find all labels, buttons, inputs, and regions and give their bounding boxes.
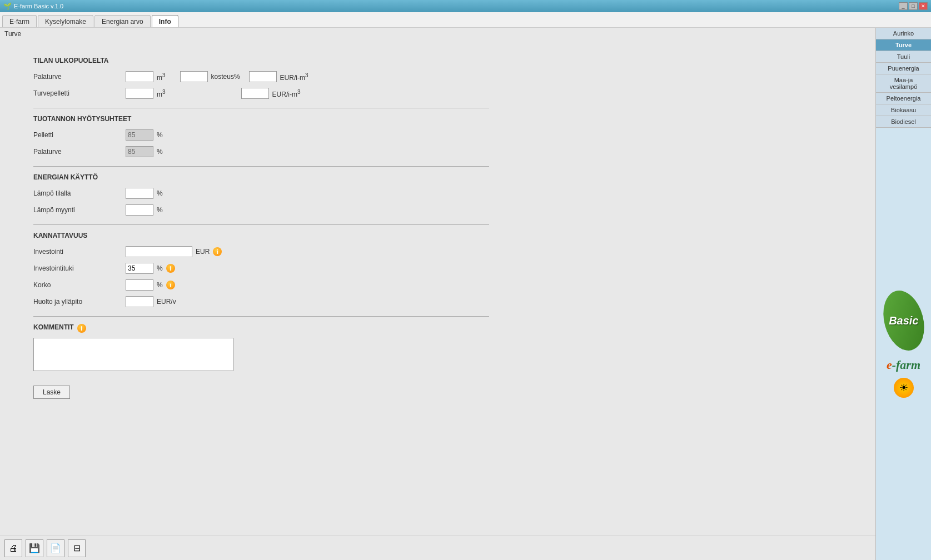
save-button[interactable]: 💾 [26,539,43,557]
huolto-label: Huolto ja ylläpito [33,298,122,306]
section-title-tuotannon: TUOTANNON HYÖTYSUHTEET [33,115,489,125]
lampö-tilalla-row: Lämpö tilalla % [33,188,489,199]
print-button[interactable]: 🖨 [4,539,22,557]
sidebar-item-maa-vesilampö[interactable]: Maa-ja vesilampö [876,74,931,93]
section-kannattavuus: KANNATTAVUUS Investointi EUR i Investoin… [33,232,489,307]
sidebar-item-tuuli[interactable]: Tuuli [876,51,931,63]
section-title-energian: ENERGIAN KÄYTTÖ [33,173,489,183]
pelletti-label: Pelletti [33,131,122,139]
turvepelletti-price-unit: EUR/i-m3 [272,89,301,98]
investointi-info-icon[interactable]: i [213,247,222,256]
palaturve-kosteus-unit: kosteus% [211,73,240,81]
pelletti-input[interactable] [126,129,153,141]
turvepelletti-price-input[interactable] [241,88,269,99]
tab-energian-arvo[interactable]: Energian arvo [94,15,151,27]
investointi-label: Investointi [33,248,122,256]
section-tuotannon: TUOTANNON HYÖTYSUHTEET Pelletti % Palatu… [33,115,489,157]
menu-bar: E-farm Kyselylomake Energian arvo Info [0,12,931,28]
lampö-myynti-label: Lämpö myynti [33,206,122,214]
sidebar-item-turve[interactable]: Turve [876,39,931,51]
palaturve-tuotannon-label: Palaturve [33,148,122,156]
korko-label: Korko [33,281,122,289]
minimize-toolbar-button[interactable]: ⊟ [68,539,86,557]
lampö-tilalla-input[interactable] [126,188,153,199]
sidebar-item-peltoenergia[interactable]: Peltoenergia [876,93,931,104]
section-title-kannattavuus: KANNATTAVUUS [33,232,489,242]
section-title-kommentit: KOMMENTIT [33,323,74,333]
lampö-tilalla-label: Lämpö tilalla [33,189,122,197]
lampö-myynti-unit: % [157,206,163,214]
korko-row: Korko % i [33,279,489,291]
kommentit-info-icon[interactable]: i [77,324,86,333]
lampö-myynti-input[interactable] [126,204,153,216]
bottom-toolbar: 🖨 💾 📄 ⊟ [0,536,875,560]
palaturve-tuotannon-input[interactable] [126,146,153,157]
investointituki-row: Investointituki % i [33,263,489,274]
content-area: Turve TILAN ULKOPUOLELTA Palaturve m3 ko… [0,28,875,560]
sidebar-logo: Basic e-farm ☀ [876,128,931,560]
investointi-input[interactable] [126,246,192,257]
form-area: TILAN ULKOPUOLELTA Palaturve m3 kosteus%… [0,40,875,536]
lampö-tilalla-unit: % [157,189,163,197]
section-tilan-ulkopuolelta: TILAN ULKOPUOLELTA Palaturve m3 kosteus%… [33,57,489,99]
title-text: E-farm Basic v.1.0 [14,3,63,9]
palaturve-price-unit: EUR/i-m3 [280,72,308,82]
korko-unit: % [157,281,163,289]
window-controls: _ □ ✕ [899,2,928,10]
pelletti-unit: % [157,131,163,139]
investointi-unit: EUR [196,248,210,256]
investointituki-label: Investointituki [33,264,122,272]
lampö-myynti-row: Lämpö myynti % [33,204,489,216]
tab-kyselylomake[interactable]: Kyselylomake [38,15,93,27]
kommentit-textarea[interactable] [33,338,233,371]
turvepelletti-m3-input[interactable] [126,88,153,99]
sidebar-item-biokaasu[interactable]: Biokaasu [876,104,931,116]
title-bar: 🌱 E-farm Basic v.1.0 _ □ ✕ [0,0,931,12]
palaturve-kosteus-input[interactable] [180,71,208,82]
turvepelletti-row: Turvepelletti m3 EUR/i-m3 [33,88,489,99]
section-kommentit: KOMMENTIT i [33,323,489,371]
palaturve-m3-unit: m3 [157,72,166,82]
turvepelletti-label: Turvepelletti [33,89,122,97]
maximize-button[interactable]: □ [909,2,918,10]
investointituki-unit: % [157,264,163,272]
logo-oval: Basic [877,286,930,355]
sun-icon: ☀ [894,378,914,398]
tab-info[interactable]: Info [152,15,178,27]
palaturve-row: Palaturve m3 kosteus% EUR/i-m3 [33,71,489,82]
huolto-row: Huolto ja ylläpito EUR/v [33,296,489,307]
sidebar-item-biodiesel[interactable]: Biodiesel [876,116,931,128]
turvepelletti-m3-unit: m3 [157,89,166,98]
open-button[interactable]: 📄 [47,539,64,557]
investointituki-input[interactable] [126,263,153,274]
palaturve-m3-input[interactable] [126,71,153,82]
sidebar-nav: Aurinko Turve Tuuli Puuenergia Maa-ja ve… [876,28,931,128]
section-title-tilan: TILAN ULKOPUOLELTA [33,57,489,67]
sidebar-item-aurinko[interactable]: Aurinko [876,28,931,39]
huolto-input[interactable] [126,296,153,307]
investointituki-info-icon[interactable]: i [166,264,175,273]
app-icon: 🌱 [3,2,12,10]
palaturve-label: Palaturve [33,73,122,81]
logo-efarm-text: e-farm [887,358,920,372]
laske-button[interactable]: Laske [33,386,70,399]
tab-efarm[interactable]: E-farm [2,15,37,27]
palaturve-price-input[interactable] [249,71,277,82]
palaturve-tuotannon-unit: % [157,148,163,156]
korko-input[interactable] [126,279,153,291]
breadcrumb: Turve [0,28,875,40]
huolto-unit: EUR/v [157,298,176,306]
pelletti-row: Pelletti % [33,129,489,141]
sidebar-item-puuenergia[interactable]: Puuenergia [876,63,931,74]
palaturve-tuotannon-row: Palaturve % [33,146,489,157]
section-energian-käyttö: ENERGIAN KÄYTTÖ Lämpö tilalla % Lämpö my… [33,173,489,216]
minimize-button[interactable]: _ [899,2,908,10]
logo-basic-text: Basic [889,314,918,327]
right-sidebar: Aurinko Turve Tuuli Puuenergia Maa-ja ve… [875,28,931,560]
investointi-row: Investointi EUR i [33,246,489,257]
korko-info-icon[interactable]: i [166,281,175,289]
close-button[interactable]: ✕ [919,2,928,10]
